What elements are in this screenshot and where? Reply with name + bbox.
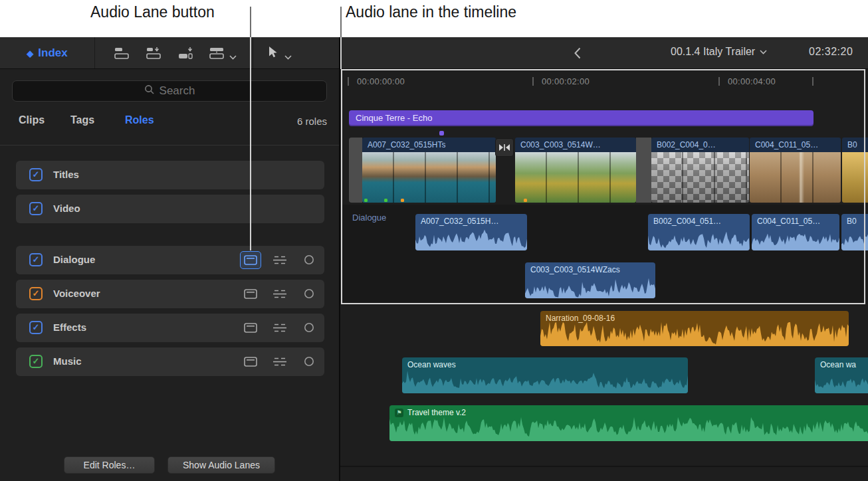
toolbar-separator	[94, 37, 95, 68]
video-clip[interactable]: C004_C011_05…	[750, 138, 841, 203]
video-clip-name: C004_C011_05…	[750, 138, 841, 152]
arrow-tool-icon[interactable]	[267, 46, 278, 62]
keyword-marker	[384, 199, 387, 202]
role-checkbox[interactable]: ✓	[29, 168, 43, 181]
solo-circle-button[interactable]	[304, 356, 314, 367]
timeline-bottom-divider	[340, 466, 868, 467]
audio-waveform	[752, 229, 839, 250]
check-icon: ✓	[33, 169, 40, 179]
audio-clip-name: B002_C004_051…	[648, 214, 750, 226]
overwrite-edit-icon[interactable]	[208, 46, 225, 60]
audio-clip[interactable]: B002_C004_051…	[648, 214, 750, 250]
append-edit-icon[interactable]	[177, 46, 194, 60]
keyword-marker	[401, 199, 404, 202]
ruler-tick	[718, 77, 720, 86]
role-label: Effects	[53, 322, 86, 333]
edit-roles-button-label: Edit Roles…	[84, 460, 136, 470]
audio-clip[interactable]: C004_C011_05…	[752, 214, 839, 250]
role-checkbox[interactable]: ✓	[29, 355, 43, 368]
audio-waveform	[841, 229, 868, 250]
search-input[interactable]: Search	[12, 80, 327, 102]
transition-icon[interactable]	[495, 138, 514, 157]
trim-handle[interactable]	[636, 138, 651, 203]
audio-waveform	[402, 368, 688, 393]
tab-clips[interactable]: Clips	[19, 114, 45, 126]
audio-lane-button[interactable]	[240, 319, 261, 337]
callout-line-timeline	[340, 37, 342, 69]
role-checkbox[interactable]: ✓	[29, 321, 43, 334]
check-icon: ✓	[33, 254, 40, 264]
music-clip-badge-icon: ⚑	[395, 409, 403, 417]
role-checkbox[interactable]: ✓	[29, 287, 43, 300]
audio-clip-name: A007_C032_0515H…	[415, 214, 527, 226]
title-clip[interactable]: Cinque Terre - Echo	[349, 110, 814, 126]
index-button[interactable]: ◆ Index	[0, 37, 94, 69]
connect-edit-icon[interactable]	[113, 46, 130, 60]
project-title-menu[interactable]: 00.1.4 Italy Trailer	[671, 46, 767, 58]
video-clip-thumbnails	[750, 152, 841, 203]
tool-chevron-down-icon[interactable]	[284, 50, 292, 62]
tab-roles[interactable]: Roles	[125, 114, 154, 126]
audio-clip[interactable]: C003_C003_0514WZacs	[525, 262, 655, 298]
insert-edit-icon[interactable]	[145, 46, 162, 60]
audio-lane-button[interactable]	[240, 251, 261, 269]
role-row-music[interactable]: ✓ Music	[16, 347, 324, 376]
ruler-label: 00:00:04:00	[728, 76, 776, 86]
timeline-header: 00.1.4 Italy Trailer 02:32:20	[340, 37, 868, 69]
ruler-label: 00:00:02:00	[542, 76, 590, 86]
check-icon: ✓	[33, 288, 40, 298]
solo-circle-button[interactable]	[304, 254, 314, 265]
video-clip-name: C003_C003_0514W…	[515, 138, 636, 152]
role-row-video[interactable]: ✓ Video	[16, 195, 324, 223]
edit-tools-chevron-down-icon[interactable]	[229, 50, 237, 62]
role-row-titles[interactable]: ✓ Titles	[16, 161, 324, 189]
audio-clip[interactable]: A007_C032_0515H…	[415, 214, 527, 250]
audio-clip[interactable]: B0	[841, 214, 868, 250]
solo-circle-button[interactable]	[304, 288, 314, 299]
focus-button[interactable]	[272, 289, 288, 299]
video-clip[interactable]: C003_C003_0514W…	[515, 138, 636, 203]
audio-clip-narration[interactable]: Narration_09-08-16	[540, 311, 849, 346]
role-row-effects[interactable]: ✓ Effects	[16, 314, 324, 342]
audio-lane-button[interactable]	[240, 353, 261, 371]
role-checkbox[interactable]: ✓	[29, 202, 43, 215]
video-clip[interactable]: B002_C004_0…	[651, 138, 749, 203]
annotation-strip: Audio Lane button Audio lane in the time…	[0, 0, 868, 37]
audio-clip-music[interactable]: ⚑ Travel theme v.2	[389, 405, 868, 441]
back-chevron-icon[interactable]	[574, 47, 581, 62]
video-clip[interactable]: B0	[842, 138, 868, 203]
audio-clip-name: Ocean waves	[402, 357, 688, 369]
search-placeholder: Search	[160, 84, 195, 98]
audio-lane-button[interactable]	[240, 285, 261, 303]
solo-circle-button[interactable]	[304, 322, 314, 333]
focus-button[interactable]	[272, 255, 288, 265]
search-icon	[144, 84, 155, 98]
focus-button[interactable]	[272, 357, 288, 367]
tab-tags[interactable]: Tags	[70, 114, 94, 126]
trim-handle[interactable]	[349, 138, 362, 203]
edit-roles-button[interactable]: Edit Roles…	[64, 456, 155, 474]
index-tabs: Clips Tags Roles 6 roles	[0, 112, 340, 133]
video-clip-thumbnails	[651, 152, 749, 203]
focus-button[interactable]	[272, 323, 288, 333]
show-audio-lanes-button[interactable]: Show Audio Lanes	[167, 456, 275, 474]
audio-lane-label: Dialogue	[352, 213, 386, 223]
role-checkbox[interactable]: ✓	[29, 253, 43, 266]
check-icon: ✓	[33, 322, 40, 332]
ruler-label: 00:00:00:00	[357, 76, 405, 86]
audio-clip-ocean-waves[interactable]: Ocean wa	[815, 357, 868, 393]
role-row-dialogue[interactable]: ✓ Dialogue	[16, 246, 324, 274]
audio-clip-ocean-waves[interactable]: Ocean waves	[402, 357, 688, 393]
audio-waveform	[648, 229, 750, 250]
callout-line-timeline-top	[340, 7, 342, 37]
audio-clip-name: Ocean wa	[815, 357, 868, 369]
screenshot-root: Audio Lane button Audio lane in the time…	[0, 0, 868, 481]
audio-clip-name: C003_C003_0514WZacs	[525, 262, 655, 274]
index-toolbar: ◆ Index	[0, 37, 340, 69]
panel-divider	[339, 37, 340, 481]
audio-waveform	[389, 417, 868, 441]
video-clip[interactable]: A007_C032_0515HTs	[362, 138, 496, 203]
audio-clip-name: ⚑ Travel theme v.2	[389, 405, 868, 417]
role-label: Music	[53, 355, 82, 367]
role-row-voiceover[interactable]: ✓ Voiceover	[16, 280, 324, 308]
